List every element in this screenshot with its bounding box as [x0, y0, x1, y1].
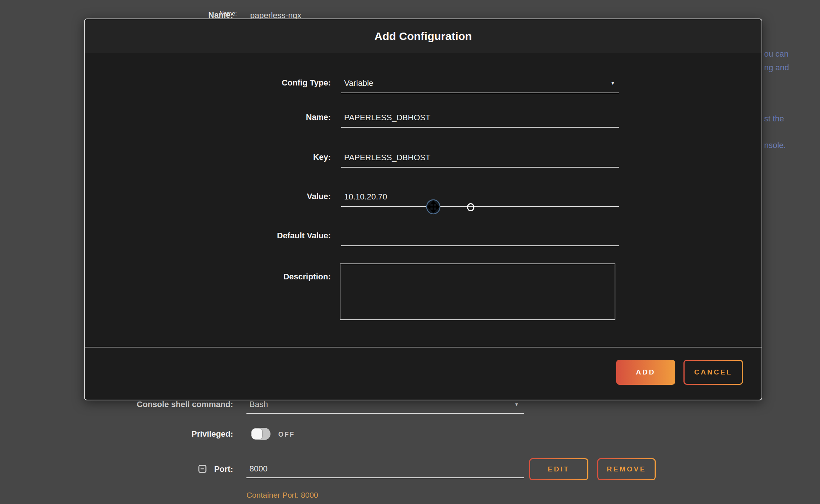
- bg-help-text-fragment: st the: [764, 114, 784, 124]
- privileged-toggle[interactable]: [251, 428, 270, 440]
- name-input-value: PAPERLESS_DBHOST: [344, 113, 430, 122]
- default-value-label: Default Value:: [196, 231, 331, 241]
- chevron-down-icon: ▼: [514, 402, 519, 407]
- chevron-down-icon: ▼: [611, 81, 615, 86]
- name-input-underline: [341, 127, 619, 128]
- add-button-label: ADD: [636, 368, 655, 376]
- container-port-note: Container Port: 8000: [246, 491, 318, 500]
- add-configuration-dialog: Add Configuration Config Type: Variable …: [84, 19, 762, 400]
- port-underline: [246, 477, 524, 478]
- value-input-underline: [341, 206, 619, 207]
- move-cursor-icon: [426, 199, 441, 216]
- value-input[interactable]: 10.10.20.70: [341, 189, 619, 207]
- port-edit-button[interactable]: EDIT: [529, 458, 588, 480]
- port-remove-label: REMOVE: [598, 459, 655, 479]
- console-shell-label: Console shell command:: [111, 400, 233, 409]
- console-shell-underline: [246, 413, 524, 414]
- description-textarea[interactable]: [340, 263, 615, 320]
- dialog-title: Add Configuration: [374, 30, 472, 43]
- default-value-input[interactable]: [341, 228, 619, 246]
- screen: Name: Name: paperless-ngx ou can ng and …: [0, 0, 820, 504]
- name-input[interactable]: PAPERLESS_DBHOST: [341, 110, 619, 128]
- config-type-underline: [341, 93, 619, 93]
- click-ring-cursor-icon: [467, 203, 474, 211]
- port-edit-label: EDIT: [530, 459, 587, 479]
- key-input[interactable]: PAPERLESS_DBHOST: [341, 150, 619, 168]
- name-field-label: Name:: [196, 112, 331, 122]
- description-label: Description:: [196, 272, 331, 282]
- add-button[interactable]: ADD: [616, 360, 675, 385]
- privileged-label: Privileged:: [111, 429, 233, 439]
- cancel-button-label: CANCEL: [685, 361, 742, 384]
- config-type-value: Variable: [344, 78, 373, 88]
- config-type-select[interactable]: Variable ▼: [341, 75, 619, 93]
- cancel-button[interactable]: CANCEL: [683, 360, 743, 385]
- console-shell-value: Bash: [249, 400, 268, 409]
- port-value: 8000: [249, 464, 268, 474]
- key-input-value: PAPERLESS_DBHOST: [344, 153, 430, 162]
- value-field-label: Value:: [196, 192, 331, 201]
- bg-help-text-fragment: ng and: [764, 63, 789, 73]
- config-type-label: Config Type:: [196, 78, 331, 88]
- privileged-state: OFF: [278, 431, 295, 439]
- default-value-underline: [341, 245, 619, 246]
- bg-help-text-fragment: ou can: [764, 49, 789, 59]
- key-input-underline: [341, 167, 619, 168]
- value-input-value: 10.10.20.70: [344, 192, 387, 202]
- dialog-header: Add Configuration: [85, 19, 762, 53]
- footer-divider: [85, 347, 762, 347]
- key-field-label: Key:: [196, 152, 331, 162]
- bg-help-text-fragment: nsole.: [764, 141, 786, 150]
- port-remove-button[interactable]: REMOVE: [597, 458, 656, 480]
- port-input[interactable]: 8000: [246, 462, 524, 478]
- toggle-knob: [252, 429, 262, 439]
- port-label: Port:: [185, 464, 233, 474]
